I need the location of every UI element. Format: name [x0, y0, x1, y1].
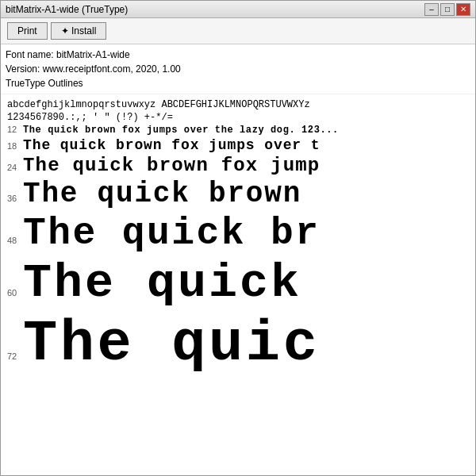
preview-line-60: 60 The quick [7, 256, 469, 310]
preview-text-72: The quic [23, 312, 320, 377]
alphabet-row-2: 1234567890.:,; ' " (!?) +-*/= [7, 112, 469, 123]
size-label-18: 18 [7, 141, 23, 151]
font-version: Version: www.receiptfont.com, 2020, 1.00 [6, 62, 470, 76]
alphabet-row-1: abcdefghijklmnopqrstuvwxyz ABCDEFGHIJKLM… [7, 99, 469, 110]
maximize-button[interactable]: □ [440, 3, 455, 16]
title-bar: bitMatrix-A1-wide (TrueType) – □ ✕ [1, 1, 475, 18]
preview-text-12: The quick brown fox jumps over the lazy … [23, 125, 339, 136]
size-label-36: 36 [7, 194, 23, 203]
size-label-60: 60 [7, 288, 23, 298]
preview-text-36: The quick brown [23, 178, 301, 210]
preview-text-48: The quick br [23, 212, 320, 255]
close-button[interactable]: ✕ [456, 3, 470, 16]
window-controls: – □ ✕ [424, 3, 470, 16]
preview-line-72: 72 The quic [7, 312, 469, 377]
preview-line-12: 12 The quick brown fox jumps over the la… [7, 125, 469, 136]
minimize-button[interactable]: – [424, 3, 439, 16]
font-type: TrueType Outlines [6, 76, 470, 90]
preview-text-24: The quick brown fox jump [23, 155, 320, 176]
size-label-48: 48 [7, 236, 23, 245]
font-preview-window: bitMatrix-A1-wide (TrueType) – □ ✕ Print… [0, 0, 476, 476]
font-name: Font name: bitMatrix-A1-wide [6, 48, 470, 62]
preview-text-60: The quick [23, 256, 301, 310]
preview-text-18: The quick brown fox jumps over t [23, 137, 320, 153]
preview-line-36: 36 The quick brown [7, 178, 469, 210]
size-label-72: 72 [7, 351, 23, 361]
font-preview-area: abcdefghijklmnopqrstuvwxyz ABCDEFGHIJKLM… [1, 94, 475, 475]
toolbar: Print ✦ Install [1, 18, 475, 44]
preview-line-48: 48 The quick br [7, 212, 469, 255]
preview-line-18: 18 The quick brown fox jumps over t [7, 137, 469, 153]
size-label-12: 12 [7, 125, 23, 134]
font-info: Font name: bitMatrix-A1-wide Version: ww… [1, 44, 475, 94]
print-button[interactable]: Print [7, 22, 48, 40]
size-label-24: 24 [7, 163, 23, 172]
preview-line-24: 24 The quick brown fox jump [7, 155, 469, 176]
install-button[interactable]: ✦ Install [51, 22, 107, 40]
window-title: bitMatrix-A1-wide (TrueType) [6, 4, 128, 15]
